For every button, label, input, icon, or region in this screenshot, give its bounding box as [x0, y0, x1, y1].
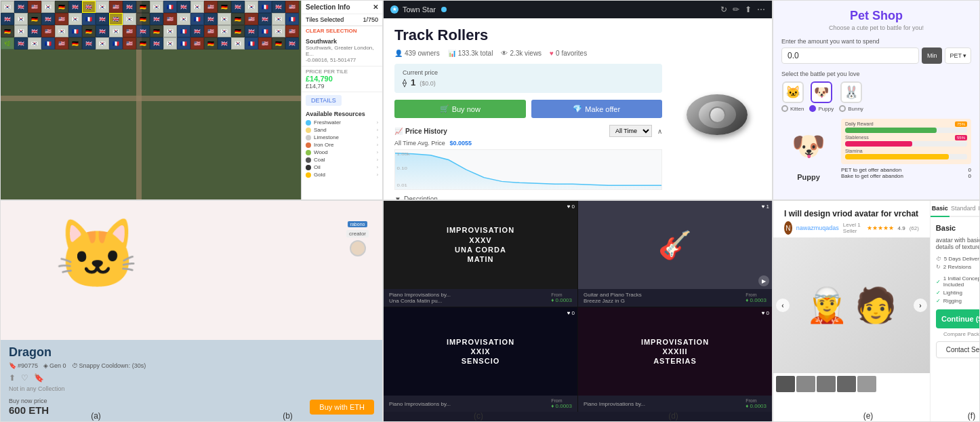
map-tile[interactable]: 🇬🇧 — [285, 37, 299, 50]
amount-input[interactable] — [781, 47, 919, 64]
map-tile[interactable]: 🇫🇷 — [190, 13, 204, 25]
map-tile[interactable]: 🇰🇷 — [150, 1, 163, 13]
map-tile[interactable]: 🇫🇷 — [258, 1, 272, 13]
map-tile[interactable]: 🇩🇪 — [1, 25, 14, 37]
map-tile[interactable]: 🇬🇧 — [204, 13, 218, 25]
map-tile[interactable]: 🇩🇪 — [136, 1, 150, 13]
map-tile[interactable]: 🇬🇧 — [14, 1, 28, 13]
map-tile[interactable]: 🇺🇸 — [55, 13, 68, 25]
pet-currency-select[interactable]: PET ▾ — [945, 47, 971, 64]
selection-info-icon[interactable]: ✕ — [373, 3, 378, 11]
bookmark-icon[interactable]: 🔖 — [34, 373, 44, 383]
map-tile[interactable]: 🇩🇪 — [272, 37, 285, 50]
map-tile[interactable]: 🇺🇸 — [41, 25, 55, 37]
music-card-1[interactable]: IMPROVISATIONXXXVUNA CORDAMATIN ♥ 0 Pian… — [384, 201, 577, 307]
pet-option-kitten[interactable]: 🐱 Kitten — [781, 81, 804, 112]
map-tile[interactable]: 🇰🇷 — [272, 13, 285, 25]
map-tile[interactable]: 🇫🇷 — [285, 13, 299, 25]
make-offer-button[interactable]: 💎 Make offer — [531, 100, 663, 118]
map-tile[interactable]: 🇰🇷 — [177, 13, 190, 25]
map-tile[interactable]: 🇩🇪 — [231, 13, 245, 25]
map-tile[interactable]: 🇺🇸 — [258, 37, 272, 50]
time-filter-select[interactable]: All Time — [609, 125, 652, 137]
map-tile[interactable]: 🇩🇪 — [136, 37, 150, 50]
kitten-radio[interactable] — [781, 105, 788, 112]
map-tile[interactable]: 🇰🇷 — [96, 1, 109, 13]
map-tile[interactable]: 🇺🇸 — [285, 25, 299, 37]
map-tile[interactable]: 🇬🇧 — [96, 25, 109, 37]
map-tile[interactable]: 🇰🇷 — [245, 1, 258, 13]
tab-premium[interactable]: Premium — [977, 201, 980, 216]
avatar-prev-button[interactable]: ‹ — [776, 299, 790, 312]
map-tile[interactable]: 🇰🇷 — [163, 25, 177, 37]
map-tile[interactable]: 🇫🇷 — [109, 37, 123, 50]
map-tile[interactable]: 🇺🇸 — [109, 1, 123, 13]
map-tile[interactable]: 🇰🇷 — [96, 37, 109, 50]
map-tile[interactable]: 🇫🇷 — [177, 37, 190, 50]
map-tile[interactable]: 🇩🇪 — [136, 13, 150, 25]
map-tile[interactable]: 🇫🇷 — [68, 25, 82, 37]
map-tile[interactable]: 🇬🇧 — [258, 13, 272, 25]
map-tile[interactable]: 🇫🇷 — [258, 25, 272, 37]
map-tile[interactable]: 🇫🇷 — [41, 37, 55, 50]
bunny-icon[interactable]: 🐰 — [840, 81, 862, 103]
map-tile[interactable]: 🇺🇸 — [123, 25, 136, 37]
refresh-icon[interactable]: ↻ — [720, 5, 727, 14]
map-tile[interactable]: 🇰🇷 — [272, 25, 285, 37]
map-tile[interactable]: 🇰🇷 — [218, 25, 231, 37]
continue-button[interactable]: Continue ($25) — [936, 309, 980, 328]
map-tile[interactable]: 🇬🇧 — [14, 37, 28, 50]
compare-packages-link[interactable]: Compare Packages — [936, 331, 980, 337]
map-tile[interactable]: 🇬🇧 — [190, 25, 204, 37]
map-tile[interactable]: 🇺🇸 — [245, 13, 258, 25]
map-tile[interactable]: 🇺🇸 — [285, 1, 299, 13]
map-tile[interactable]: 🇫🇷 — [82, 13, 96, 25]
map-tile[interactable]: 🇫🇷 — [177, 25, 190, 37]
map-tile[interactable]: 🇺🇸 — [55, 37, 68, 50]
map-tile[interactable]: 🇰🇷 — [41, 1, 55, 13]
map-tile[interactable]: 🇬🇧 — [245, 25, 258, 37]
avatar-thumb-4[interactable] — [837, 376, 856, 392]
map-tile[interactable]: 🌿 — [1, 37, 14, 50]
map-tile[interactable]: 🇺🇸 — [123, 37, 136, 50]
map-tile[interactable]: 🇫🇷 — [245, 37, 258, 50]
map-tile[interactable]: 🇰🇷 — [1, 1, 14, 13]
map-tile[interactable]: 🇬🇧 — [68, 1, 82, 13]
avatar-thumb-5[interactable] — [857, 376, 876, 392]
map-tile[interactable]: 🇬🇧 — [82, 37, 96, 50]
map-tile[interactable]: 🇬🇧 — [150, 13, 163, 25]
music-card-3[interactable]: IMPROVISATIONXXIXSENSCIO ♥ 0 Piano Impro… — [384, 307, 577, 412]
music-card-4[interactable]: IMPROVISATIONXXXIIIASTERIAS ♥ 0 Piano Im… — [578, 307, 772, 412]
avatar-thumb-1[interactable] — [776, 376, 795, 392]
map-tile[interactable]: 🇰🇷 — [218, 13, 231, 25]
map-tile[interactable]: 🇬🇧 — [1, 13, 14, 25]
map-tile[interactable]: 🇬🇧 — [136, 25, 150, 37]
bunny-radio[interactable] — [839, 105, 846, 112]
map-tile[interactable]: 🇩🇪 — [231, 25, 245, 37]
map-tile[interactable]: 🇬🇧 — [28, 25, 41, 37]
puppy-radio[interactable] — [809, 105, 816, 112]
map-tile[interactable]: 🇺🇸 — [204, 25, 218, 37]
avatar-next-button[interactable]: › — [914, 299, 927, 312]
map-tile[interactable]: 🇬🇧 — [96, 13, 109, 25]
map-tile[interactable]: 🇩🇪 — [204, 37, 218, 50]
avatar-thumb-2[interactable] — [796, 376, 815, 392]
buy-with-eth-button[interactable]: Buy with ETH — [310, 400, 374, 415]
avatar-thumb-3[interactable] — [817, 376, 836, 392]
min-button[interactable]: Min — [922, 47, 943, 64]
map-tile[interactable]: 🇺🇸 — [163, 13, 177, 25]
map-tile[interactable]: 🇬🇧 — [150, 37, 163, 50]
price-history-collapse[interactable]: ∧ — [657, 128, 662, 135]
map-tile[interactable]: 🇰🇷 — [231, 37, 245, 50]
map-tile[interactable]: 🇩🇪 — [218, 1, 231, 13]
map-tile[interactable]: 🇩🇪 — [82, 25, 96, 37]
kitten-icon[interactable]: 🐱 — [782, 81, 804, 103]
map-tile[interactable]: 🇺🇸 — [190, 37, 204, 50]
map-tile[interactable]: 🇬🇧 — [218, 37, 231, 50]
map-tile[interactable]: 🇰🇷 — [55, 25, 68, 37]
puppy-icon[interactable]: 🐶 — [811, 81, 832, 103]
map-tile[interactable]: 🇬🇧 — [41, 13, 55, 25]
map-tile[interactable]: 🇺🇸 — [28, 1, 41, 13]
share-icon[interactable]: ⬆ — [9, 373, 16, 383]
map-tile[interactable]: 🇰🇷 — [68, 13, 82, 25]
